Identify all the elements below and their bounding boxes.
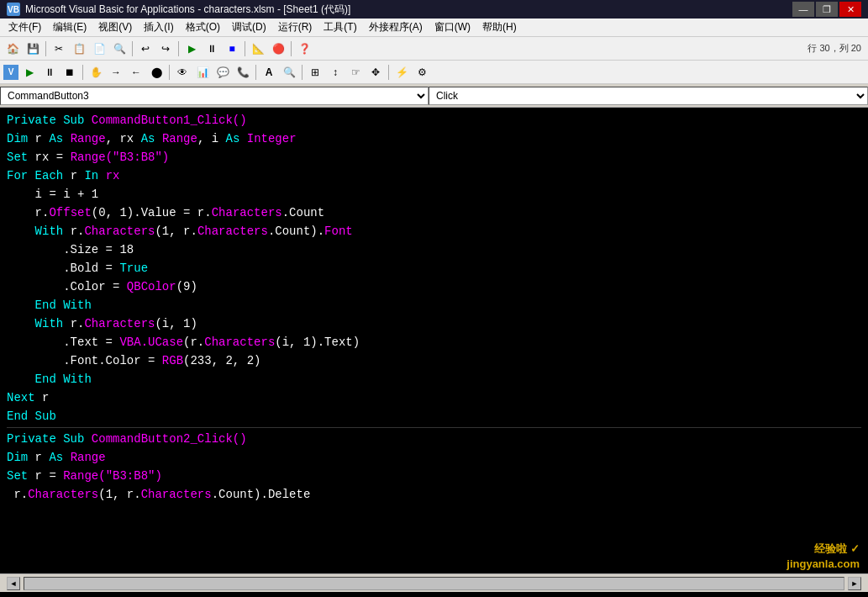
pan-btn[interactable]: ✥ — [366, 63, 385, 82]
font-bold-btn[interactable]: A — [260, 63, 278, 82]
hand2-btn[interactable]: ☞ — [346, 63, 365, 82]
menu-file[interactable]: 文件(F) — [3, 18, 46, 36]
menu-window[interactable]: 窗口(W) — [429, 18, 476, 36]
close-button[interactable]: ✕ — [839, 2, 861, 17]
stop2-btn[interactable]: ⏹ — [60, 63, 79, 82]
save-btn[interactable]: 💾 — [24, 40, 42, 58]
undo-btn[interactable]: ↩ — [136, 40, 155, 58]
code-line: .Text = VBA.UCase(r.Characters(i, 1).Tex… — [7, 333, 861, 351]
hand-btn[interactable]: ✋ — [87, 63, 105, 82]
paste-btn[interactable]: 📄 — [90, 40, 108, 58]
watermark-line1: 经验啦 ✓ — [786, 542, 860, 557]
code-token: (1, r. — [155, 225, 197, 238]
code-token: Range — [71, 132, 106, 145]
code-header: CommandButton3 Click — [0, 84, 868, 108]
code-token: As — [141, 132, 162, 145]
call-btn[interactable]: 📞 — [234, 63, 252, 82]
code-line: End With — [7, 296, 861, 314]
code-token: Range — [71, 451, 106, 464]
menu-run[interactable]: 运行(R) — [273, 18, 318, 36]
macro-btn[interactable]: ⚡ — [392, 63, 411, 82]
code-token: Next — [7, 391, 42, 404]
code-token: (0, 1).Value = r. — [92, 206, 212, 219]
menu-format[interactable]: 格式(O) — [181, 18, 225, 36]
outdent-btn[interactable]: ← — [127, 63, 145, 82]
menu-insert[interactable]: 插入(I) — [139, 18, 178, 36]
grid-btn[interactable]: ⊞ — [306, 63, 324, 82]
code-token: Offset — [49, 206, 91, 219]
code-token: End With — [7, 298, 92, 312]
menu-addins[interactable]: 外接程序(A) — [364, 18, 428, 36]
code-line: Set rx = Range("B3:B8") — [7, 148, 861, 166]
menu-edit[interactable]: 编辑(E) — [48, 18, 92, 36]
copy-btn[interactable]: 📋 — [70, 40, 88, 58]
code-line: r.Characters(1, r.Characters.Count).Dele… — [7, 485, 861, 504]
stop-btn[interactable]: ■ — [223, 40, 241, 58]
scroll-right-btn[interactable]: ► — [848, 577, 861, 590]
watch-btn[interactable]: 👁 — [173, 63, 192, 82]
code-editor[interactable]: Private Sub CommandButton1_Click()Dim r … — [0, 108, 868, 573]
code-token: Characters — [84, 317, 155, 330]
indent-btn[interactable]: → — [107, 63, 125, 82]
position-label: 行 30，列 20 — [804, 42, 865, 55]
menu-view[interactable]: 视图(V) — [93, 18, 137, 36]
code-token: Characters — [28, 488, 98, 501]
sep1 — [45, 41, 46, 56]
procedure-combo[interactable]: Click — [429, 87, 868, 105]
code-token: As — [226, 132, 247, 145]
scroll-left-btn[interactable]: ◄ — [7, 577, 20, 590]
breakpoint-btn[interactable]: 🔴 — [269, 40, 287, 58]
code-token: r. — [71, 317, 85, 330]
code-token: In — [84, 169, 105, 182]
code-token: Integer — [247, 132, 297, 145]
code-token: Set — [7, 469, 35, 483]
cut-btn[interactable]: ✂ — [50, 40, 68, 58]
menu-debug[interactable]: 调试(D) — [227, 18, 271, 36]
vba-icon-btn2[interactable]: V — [3, 65, 18, 80]
imm-btn[interactable]: 💬 — [213, 63, 232, 82]
code-token: (9) — [176, 280, 197, 293]
code-token: .Count — [282, 206, 324, 219]
maximize-button[interactable]: ❐ — [816, 2, 838, 17]
sep7 — [169, 65, 170, 80]
code-token: r — [35, 451, 50, 464]
code-token: As — [49, 132, 70, 145]
title-bar-controls[interactable]: — ❐ ✕ — [792, 2, 861, 17]
find2-btn[interactable]: 🔍 — [280, 63, 298, 82]
code-token: With — [7, 225, 71, 238]
code-token: .Bold = — [7, 262, 119, 275]
code-token: .Count). — [268, 225, 324, 238]
design-btn[interactable]: 📐 — [249, 40, 267, 58]
redo-btn[interactable]: ↪ — [156, 40, 175, 58]
arrow-btn[interactable]: ↕ — [326, 63, 345, 82]
code-line: .Font.Color = RGB(233, 2, 2) — [7, 351, 861, 370]
horizontal-scrollbar[interactable] — [24, 577, 844, 590]
sep2 — [132, 41, 133, 56]
run-btn[interactable]: ▶ — [182, 40, 201, 58]
menu-help[interactable]: 帮助(H) — [477, 18, 522, 36]
pause-btn[interactable]: ⏸ — [203, 40, 221, 58]
minimize-button[interactable]: — — [792, 2, 814, 17]
object-combo[interactable]: CommandButton3 — [0, 87, 429, 105]
extra-btn[interactable]: ⚙ — [413, 63, 431, 82]
code-token: (1, r. — [98, 488, 140, 501]
code-line: End Sub — [7, 407, 861, 425]
help-btn[interactable]: ❓ — [295, 40, 313, 58]
run2-btn[interactable]: ▶ — [20, 63, 39, 82]
code-line: Private Sub CommandButton2_Click() — [7, 430, 861, 448]
code-line: For Each r In rx — [7, 166, 861, 185]
locals-btn[interactable]: 📊 — [193, 63, 212, 82]
menu-tools[interactable]: 工具(T) — [318, 18, 361, 36]
code-line: r.Offset(0, 1).Value = r.Characters.Coun… — [7, 203, 861, 222]
pause2-btn[interactable]: ⏸ — [40, 63, 59, 82]
code-line: .Bold = True — [7, 259, 861, 277]
watermark-line2: jingyanla.com — [786, 557, 860, 572]
code-token: For Each — [7, 169, 71, 182]
code-token: Font — [324, 225, 353, 238]
sep9 — [302, 65, 302, 80]
breakpt-btn[interactable]: ⬤ — [147, 63, 166, 82]
excel-icon-btn[interactable]: 🏠 — [3, 40, 22, 58]
code-token: .Font.Color = — [7, 354, 162, 367]
code-token: Set — [7, 151, 35, 164]
find-btn[interactable]: 🔍 — [110, 40, 129, 58]
